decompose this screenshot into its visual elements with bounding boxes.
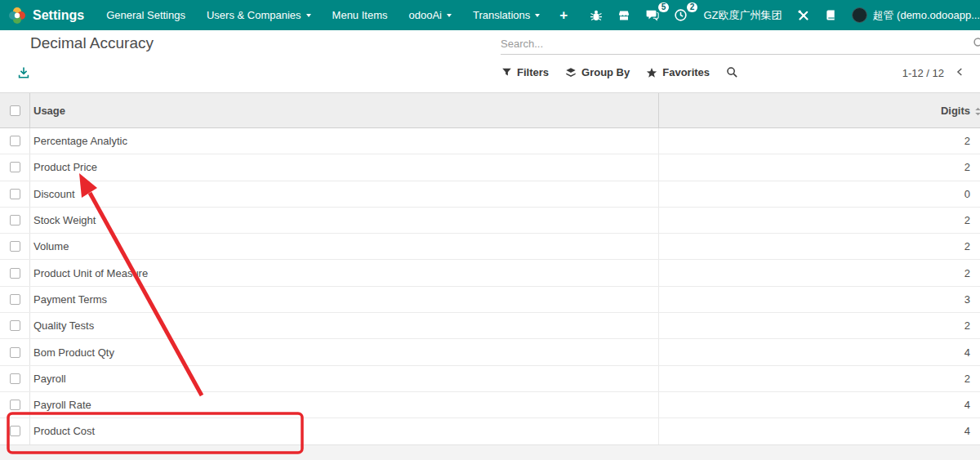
search-icon[interactable] (973, 37, 980, 53)
digits-cell: 2 (659, 319, 980, 332)
usage-cell: Volume (30, 234, 659, 259)
checkbox-cell (0, 208, 30, 233)
row-checkbox[interactable] (10, 268, 20, 279)
search-bar[interactable]: Search... (501, 33, 980, 55)
checkbox-cell (0, 313, 30, 338)
table-row[interactable]: Volume 2 (0, 234, 980, 260)
group-by-label: Group By (581, 66, 630, 78)
user-name: 超管 (demo.odooapp... (872, 8, 980, 23)
menu-users-companies[interactable]: Users & Companies (196, 0, 322, 30)
pager-range: 1-12 / 12 (902, 67, 944, 79)
messages-button[interactable]: 5 (638, 0, 666, 30)
checkbox-cell (0, 234, 30, 259)
chevron-down-icon (535, 14, 540, 17)
column-sort-icon[interactable] (973, 105, 980, 121)
table-row[interactable]: Stock Weight 2 (0, 208, 980, 234)
export-download-button[interactable] (17, 66, 30, 79)
row-checkbox[interactable] (10, 241, 20, 252)
table-row[interactable]: Quality Tests 2 (0, 313, 980, 339)
menu-odooai[interactable]: odooAi (399, 0, 462, 30)
table-row[interactable]: Percentage Analytic 2 (0, 128, 980, 154)
activities-button[interactable]: 2 (666, 0, 695, 30)
filter-funnel-icon (501, 67, 512, 78)
menu-translations[interactable]: Translations (462, 0, 550, 30)
row-checkbox[interactable] (10, 426, 20, 436)
digits-cell: 4 (659, 399, 980, 411)
row-checkbox[interactable] (10, 373, 20, 384)
pager-next-button[interactable] (977, 66, 980, 80)
favorites-button[interactable]: Favorites (646, 66, 710, 78)
usage-cell: Product Unit of Measure (30, 260, 659, 285)
table-row[interactable]: Payroll 2 (0, 366, 980, 392)
chevron-left-icon (955, 66, 966, 78)
pager-prev-button[interactable] (955, 66, 966, 80)
row-checkbox[interactable] (10, 294, 20, 305)
bug-icon (590, 9, 603, 22)
row-checkbox[interactable] (10, 320, 20, 331)
menu-odooai-label: odooAi (409, 0, 442, 30)
search-input[interactable]: Search... (501, 38, 980, 50)
usage-cell: Stock Weight (30, 208, 659, 233)
search-options-button[interactable] (726, 66, 738, 78)
star-icon (646, 67, 657, 78)
crossed-tools-icon (797, 9, 810, 22)
row-checkbox[interactable] (10, 400, 20, 410)
store-icon[interactable] (610, 0, 638, 30)
app-name[interactable]: Settings (33, 8, 84, 23)
row-checkbox[interactable] (10, 215, 20, 226)
navbar-right: 5 2 GZ欧度广州集团 超管 (demo (582, 0, 980, 30)
debug-bug-icon[interactable] (582, 0, 610, 30)
download-icon (17, 66, 30, 79)
row-checkbox[interactable] (10, 189, 20, 199)
table-row[interactable]: Payroll Rate 4 (0, 392, 980, 418)
usage-cell: Bom Product Qty (30, 339, 659, 364)
usage-cell: Discount (30, 181, 659, 207)
group-by-button[interactable]: Group By (565, 66, 630, 78)
up-down-arrows-icon (973, 105, 980, 118)
magnifier-icon (726, 66, 738, 78)
table-row[interactable]: Product Cost 4 (0, 418, 980, 444)
table-row[interactable]: Product Unit of Measure 2 (0, 260, 980, 286)
odoo-logo-icon[interactable] (7, 6, 27, 25)
checkbox-cell (0, 339, 30, 364)
pager: 1-12 / 12 (902, 66, 980, 80)
table-row[interactable]: Bom Product Qty 4 (0, 339, 980, 365)
company-switcher[interactable]: GZ欧度广州集团 (695, 8, 790, 23)
usage-cell: Payment Terms (30, 287, 659, 312)
book-icon (825, 9, 837, 21)
checkbox-cell (0, 366, 30, 391)
checkbox-cell (0, 128, 30, 154)
digits-cell: 0 (659, 188, 980, 200)
table-row[interactable]: Payment Terms 3 (0, 287, 980, 313)
checkbox-cell (0, 260, 30, 285)
decimal-accuracy-table: Usage Digits Percentage Analytic 2 Produ… (0, 92, 980, 445)
table-row[interactable]: Product Price 2 (0, 154, 980, 181)
chevron-right-icon (977, 66, 980, 78)
digits-cell: 2 (659, 240, 980, 252)
documentation-book-icon[interactable] (817, 0, 844, 30)
usage-cell: Product Cost (30, 418, 659, 444)
menu-users-companies-label: Users & Companies (207, 0, 301, 30)
row-checkbox[interactable] (10, 162, 20, 172)
user-menu[interactable]: 超管 (demo.odooapp... (844, 0, 980, 30)
digits-cell: 4 (659, 346, 980, 359)
row-checkbox[interactable] (10, 136, 20, 146)
usage-cell: Payroll (30, 366, 659, 391)
chat-bubble-icon (645, 8, 659, 22)
add-menu-button[interactable]: + (550, 0, 577, 30)
row-checkbox[interactable] (10, 347, 20, 358)
select-all-checkbox[interactable] (10, 105, 20, 116)
usage-cell: Payroll Rate (30, 392, 659, 418)
menu-general-settings[interactable]: General Settings (96, 0, 196, 30)
filters-label: Filters (517, 66, 549, 78)
menu-menu-items[interactable]: Menu Items (322, 0, 399, 30)
user-avatar (852, 7, 867, 23)
column-header-digits[interactable]: Digits (659, 105, 980, 117)
column-header-usage[interactable]: Usage (30, 93, 659, 127)
control-panel: Filters Group By Favorites 1-12 / 12 (0, 65, 980, 86)
support-tools-icon[interactable] (790, 0, 817, 30)
filters-button[interactable]: Filters (501, 66, 549, 78)
favorites-label: Favorites (662, 66, 710, 78)
table-row[interactable]: Discount 0 (0, 181, 980, 208)
clock-icon (674, 8, 688, 22)
